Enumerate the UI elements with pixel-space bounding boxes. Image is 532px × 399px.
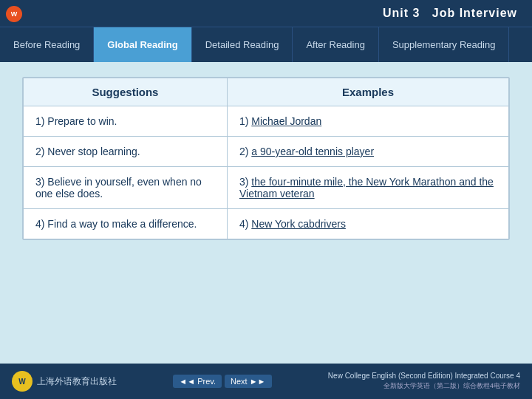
nav-bar: Before Reading Global Reading Detailed R… <box>0 27 532 62</box>
nav-buttons: ◄◄ Prev. Next ►► <box>173 375 271 388</box>
example-4: 4) New York cabdrivers <box>227 209 508 239</box>
tab-global-reading[interactable]: Global Reading <box>94 27 191 62</box>
logo-icon: W <box>12 371 33 392</box>
example-2: 2) a 90-year-old tennis player <box>227 137 508 167</box>
example-1: 1) Michael Jordan <box>227 106 508 137</box>
table-row: 1) Prepare to win. 1) Michael Jordan <box>24 106 509 137</box>
header-title: Unit 3 Job Interview <box>383 7 517 20</box>
header: Unit 3 Job Interview <box>0 0 532 27</box>
main-content: Suggestions Examples 1) Prepare to win. … <box>22 77 510 240</box>
example-3: 3) the four-minute mile, the New York Ma… <box>227 167 508 209</box>
suggestion-4: 4) Find a way to make a difference. <box>24 209 228 239</box>
col-examples-header: Examples <box>227 78 508 106</box>
publisher-logo: W 上海外语教育出版社 <box>12 371 117 392</box>
table-row: 2) Never stop learning. 2) a 90-year-old… <box>24 137 509 167</box>
tab-after-reading[interactable]: After Reading <box>293 27 379 62</box>
prev-button[interactable]: ◄◄ Prev. <box>173 375 222 388</box>
suggestion-3: 3) Believe in yourself, even when no one… <box>24 167 228 209</box>
publisher-name: 上海外语教育出版社 <box>37 375 117 388</box>
table-row: 3) Believe in yourself, even when no one… <box>24 167 509 209</box>
table-row: 4) Find a way to make a difference. 4) N… <box>24 209 509 239</box>
bottom-right-info: New College English (Second Edition) Int… <box>328 372 520 391</box>
col-suggestions-header: Suggestions <box>24 78 228 106</box>
tab-before-reading[interactable]: Before Reading <box>0 27 94 62</box>
tab-supplementary-reading[interactable]: Supplementary Reading <box>379 27 509 62</box>
publisher-line2: 全新版大学英语（第二版）综合教程4电子教材 <box>383 381 520 391</box>
suggestion-1: 1) Prepare to win. <box>24 106 228 137</box>
tab-detailed-reading[interactable]: Detailed Reading <box>192 27 293 62</box>
publisher-line1: New College English (Second Edition) Int… <box>328 372 520 380</box>
app-logo: W <box>6 6 22 22</box>
bottom-bar: W 上海外语教育出版社 ◄◄ Prev. Next ►► New College… <box>0 364 532 399</box>
next-button[interactable]: Next ►► <box>225 375 271 388</box>
suggestions-table: Suggestions Examples 1) Prepare to win. … <box>23 78 509 239</box>
suggestion-2: 2) Never stop learning. <box>24 137 228 167</box>
